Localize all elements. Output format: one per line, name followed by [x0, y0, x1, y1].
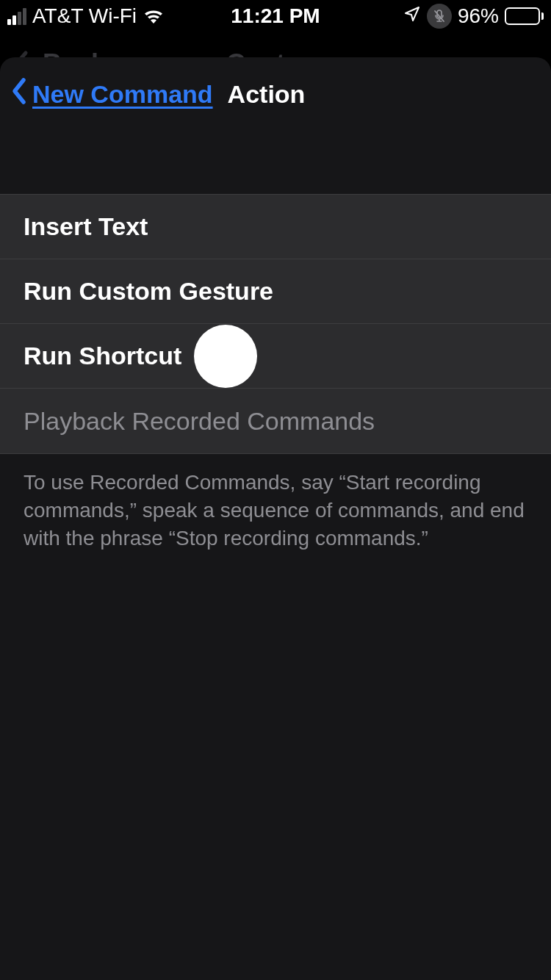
option-run-custom-gesture[interactable]: Run Custom Gesture: [0, 259, 551, 324]
status-right: 96%: [320, 4, 544, 29]
status-bar: AT&T Wi-Fi 11:21 PM 96%: [0, 0, 551, 32]
microphone-muted-icon: [427, 4, 452, 29]
wifi-icon: [143, 8, 165, 24]
option-label: Insert Text: [24, 212, 148, 241]
carrier-label: AT&T Wi-Fi: [32, 4, 137, 28]
page-title: Action: [228, 80, 306, 109]
back-button-label: New Command: [32, 80, 213, 109]
action-sheet: New Command Action Insert Text Run Custo…: [0, 57, 551, 980]
battery-percent: 96%: [458, 4, 499, 28]
option-label: Run Shortcut: [24, 342, 181, 370]
footer-hint: To use Recorded Commands, say “Start rec…: [0, 454, 551, 566]
option-run-shortcut[interactable]: Run Shortcut: [0, 324, 551, 389]
option-playback-recorded-commands: Playback Recorded Commands: [0, 389, 551, 453]
option-insert-text[interactable]: Insert Text: [0, 195, 551, 259]
action-list: Insert Text Run Custom Gesture Run Short…: [0, 194, 551, 454]
status-left: AT&T Wi-Fi: [7, 4, 231, 28]
location-icon: [403, 4, 421, 28]
option-label: Playback Recorded Commands: [24, 407, 375, 436]
back-button[interactable]: New Command: [10, 76, 213, 112]
chevron-left-icon: [10, 76, 28, 112]
status-time: 11:21 PM: [231, 4, 320, 28]
option-label: Run Custom Gesture: [24, 277, 273, 306]
cellular-signal-icon: [7, 8, 26, 25]
battery-icon: [505, 7, 544, 25]
sheet-nav: New Command Action: [0, 57, 551, 131]
